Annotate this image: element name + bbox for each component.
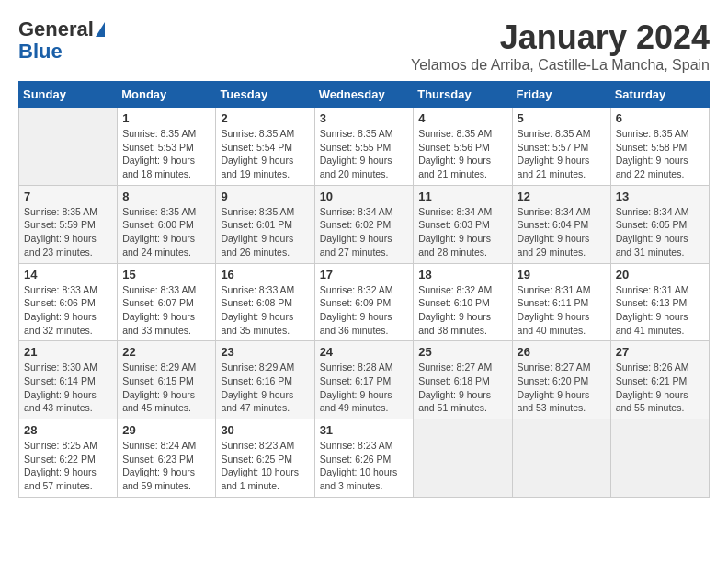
header-cell-friday: Friday (512, 82, 610, 108)
day-info: Sunrise: 8:35 AM Sunset: 5:54 PM Dayligh… (221, 127, 309, 181)
day-number: 2 (221, 111, 309, 125)
title-area: January 2024 Yelamos de Arriba, Castille… (411, 18, 710, 74)
day-number: 22 (122, 345, 210, 359)
day-number: 13 (616, 190, 704, 203)
header-row: SundayMondayTuesdayWednesdayThursdayFrid… (19, 82, 710, 108)
day-number: 31 (320, 423, 409, 437)
day-number: 21 (24, 345, 112, 359)
day-info: Sunrise: 8:32 AM Sunset: 6:10 PM Dayligh… (418, 283, 506, 338)
header-cell-sunday: Sunday (19, 82, 118, 108)
day-info: Sunrise: 8:35 AM Sunset: 5:57 PM Dayligh… (518, 127, 606, 181)
day-number: 1 (122, 111, 210, 125)
day-number: 5 (518, 111, 606, 125)
logo-blue-text: Blue (18, 40, 105, 63)
day-cell (414, 419, 512, 498)
day-cell: 24Sunrise: 8:28 AM Sunset: 6:17 PM Dayli… (314, 341, 414, 419)
day-info: Sunrise: 8:33 AM Sunset: 6:07 PM Dayligh… (122, 283, 210, 338)
day-number: 16 (221, 268, 309, 282)
day-info: Sunrise: 8:33 AM Sunset: 6:06 PM Dayligh… (24, 283, 112, 338)
day-info: Sunrise: 8:31 AM Sunset: 6:13 PM Dayligh… (616, 283, 704, 338)
day-number: 3 (320, 111, 409, 125)
day-number: 28 (24, 423, 112, 437)
day-cell: 30Sunrise: 8:23 AM Sunset: 6:25 PM Dayli… (216, 419, 314, 498)
day-cell: 7Sunrise: 8:35 AM Sunset: 5:59 PM Daylig… (19, 185, 118, 263)
day-cell: 19Sunrise: 8:31 AM Sunset: 6:11 PM Dayli… (512, 263, 610, 341)
calendar-header: SundayMondayTuesdayWednesdayThursdayFrid… (19, 82, 710, 108)
day-number: 8 (122, 190, 210, 203)
day-number: 30 (221, 423, 309, 437)
day-cell (19, 108, 118, 186)
calendar-body: 1Sunrise: 8:35 AM Sunset: 5:53 PM Daylig… (19, 108, 710, 498)
logo-triangle-icon (96, 22, 105, 37)
day-cell: 2Sunrise: 8:35 AM Sunset: 5:54 PM Daylig… (216, 108, 314, 186)
day-number: 26 (518, 345, 606, 359)
day-info: Sunrise: 8:28 AM Sunset: 6:17 PM Dayligh… (320, 361, 409, 415)
day-cell: 22Sunrise: 8:29 AM Sunset: 6:15 PM Dayli… (118, 341, 216, 419)
day-cell: 12Sunrise: 8:34 AM Sunset: 6:04 PM Dayli… (512, 185, 610, 263)
day-info: Sunrise: 8:35 AM Sunset: 5:59 PM Dayligh… (24, 205, 112, 259)
day-info: Sunrise: 8:35 AM Sunset: 5:58 PM Dayligh… (616, 127, 704, 181)
day-number: 27 (616, 345, 704, 359)
day-info: Sunrise: 8:29 AM Sunset: 6:16 PM Dayligh… (221, 361, 309, 415)
day-cell (512, 419, 610, 498)
calendar-table: SundayMondayTuesdayWednesdayThursdayFrid… (18, 81, 710, 498)
day-cell: 13Sunrise: 8:34 AM Sunset: 6:05 PM Dayli… (610, 185, 709, 263)
day-cell: 5Sunrise: 8:35 AM Sunset: 5:57 PM Daylig… (512, 108, 610, 186)
day-info: Sunrise: 8:34 AM Sunset: 6:05 PM Dayligh… (616, 205, 704, 259)
day-number: 23 (221, 345, 309, 359)
day-info: Sunrise: 8:35 AM Sunset: 5:56 PM Dayligh… (418, 127, 506, 181)
day-info: Sunrise: 8:27 AM Sunset: 6:18 PM Dayligh… (418, 361, 506, 415)
header-cell-monday: Monday (118, 82, 216, 108)
day-number: 4 (418, 111, 506, 125)
day-cell: 28Sunrise: 8:25 AM Sunset: 6:22 PM Dayli… (19, 419, 118, 498)
day-cell: 26Sunrise: 8:27 AM Sunset: 6:20 PM Dayli… (512, 341, 610, 419)
day-number: 24 (320, 345, 409, 359)
day-number: 7 (24, 190, 112, 203)
day-number: 29 (122, 423, 210, 437)
day-cell: 1Sunrise: 8:35 AM Sunset: 5:53 PM Daylig… (118, 108, 216, 186)
header-cell-tuesday: Tuesday (216, 82, 314, 108)
day-info: Sunrise: 8:25 AM Sunset: 6:22 PM Dayligh… (24, 439, 112, 493)
day-info: Sunrise: 8:32 AM Sunset: 6:09 PM Dayligh… (320, 283, 409, 338)
week-row-1: 1Sunrise: 8:35 AM Sunset: 5:53 PM Daylig… (19, 108, 710, 186)
day-info: Sunrise: 8:35 AM Sunset: 5:53 PM Dayligh… (122, 127, 210, 181)
day-cell: 20Sunrise: 8:31 AM Sunset: 6:13 PM Dayli… (610, 263, 709, 341)
day-info: Sunrise: 8:27 AM Sunset: 6:20 PM Dayligh… (518, 361, 606, 415)
day-info: Sunrise: 8:23 AM Sunset: 6:25 PM Dayligh… (221, 439, 309, 493)
day-number: 12 (518, 190, 606, 203)
day-cell: 10Sunrise: 8:34 AM Sunset: 6:02 PM Dayli… (314, 185, 414, 263)
day-cell: 31Sunrise: 8:23 AM Sunset: 6:26 PM Dayli… (314, 419, 414, 498)
day-info: Sunrise: 8:35 AM Sunset: 6:01 PM Dayligh… (221, 205, 309, 259)
location-subtitle: Yelamos de Arriba, Castille-La Mancha, S… (411, 57, 710, 74)
day-cell: 6Sunrise: 8:35 AM Sunset: 5:58 PM Daylig… (610, 108, 709, 186)
day-info: Sunrise: 8:34 AM Sunset: 6:04 PM Dayligh… (518, 205, 606, 259)
day-cell: 23Sunrise: 8:29 AM Sunset: 6:16 PM Dayli… (216, 341, 314, 419)
week-row-3: 14Sunrise: 8:33 AM Sunset: 6:06 PM Dayli… (19, 263, 710, 341)
week-row-5: 28Sunrise: 8:25 AM Sunset: 6:22 PM Dayli… (19, 419, 710, 498)
day-number: 9 (221, 190, 309, 203)
month-title: January 2024 (411, 18, 710, 57)
logo: General Blue (18, 18, 105, 63)
day-info: Sunrise: 8:29 AM Sunset: 6:15 PM Dayligh… (122, 361, 210, 415)
day-cell: 11Sunrise: 8:34 AM Sunset: 6:03 PM Dayli… (414, 185, 512, 263)
day-cell (610, 419, 709, 498)
day-number: 15 (122, 268, 210, 282)
week-row-4: 21Sunrise: 8:30 AM Sunset: 6:14 PM Dayli… (19, 341, 710, 419)
day-info: Sunrise: 8:35 AM Sunset: 5:55 PM Dayligh… (320, 127, 409, 181)
day-info: Sunrise: 8:35 AM Sunset: 6:00 PM Dayligh… (122, 205, 210, 259)
day-cell: 29Sunrise: 8:24 AM Sunset: 6:23 PM Dayli… (118, 419, 216, 498)
week-row-2: 7Sunrise: 8:35 AM Sunset: 5:59 PM Daylig… (19, 185, 710, 263)
day-cell: 17Sunrise: 8:32 AM Sunset: 6:09 PM Dayli… (314, 263, 414, 341)
day-number: 14 (24, 268, 112, 282)
day-info: Sunrise: 8:34 AM Sunset: 6:03 PM Dayligh… (418, 205, 506, 259)
day-number: 19 (518, 268, 606, 282)
day-number: 10 (320, 190, 409, 203)
day-info: Sunrise: 8:24 AM Sunset: 6:23 PM Dayligh… (122, 439, 210, 493)
day-cell: 14Sunrise: 8:33 AM Sunset: 6:06 PM Dayli… (19, 263, 118, 341)
day-info: Sunrise: 8:34 AM Sunset: 6:02 PM Dayligh… (320, 205, 409, 259)
day-cell: 8Sunrise: 8:35 AM Sunset: 6:00 PM Daylig… (118, 185, 216, 263)
day-cell: 21Sunrise: 8:30 AM Sunset: 6:14 PM Dayli… (19, 341, 118, 419)
day-info: Sunrise: 8:30 AM Sunset: 6:14 PM Dayligh… (24, 361, 112, 415)
day-number: 11 (418, 190, 506, 203)
header-cell-wednesday: Wednesday (314, 82, 414, 108)
